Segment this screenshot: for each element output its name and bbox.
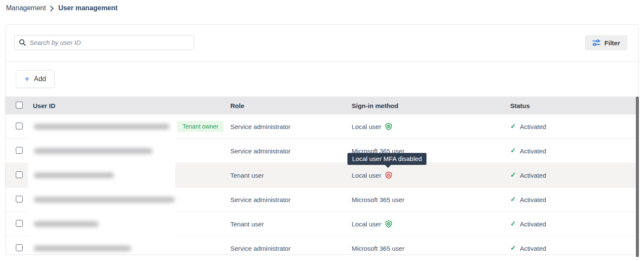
mfa-disabled-tooltip: Local user MFA disabled <box>347 153 426 165</box>
user-id-redacted <box>28 114 175 139</box>
status-label: Activated <box>520 245 546 252</box>
tooltip-text: Local user MFA disabled <box>352 155 422 162</box>
table-row[interactable]: Service administrator Microsoft 365 user… <box>6 236 638 255</box>
table-row[interactable]: Tenant owner Service administrator Local… <box>6 114 638 139</box>
status-label: Activated <box>520 123 546 130</box>
role-cell: Service administrator <box>230 196 352 203</box>
check-icon: ✓ <box>510 172 516 179</box>
role-cell: Service administrator <box>230 147 352 155</box>
role-cell: Tenant user <box>230 220 352 228</box>
filter-button[interactable]: Filter <box>585 35 627 50</box>
signin-cell: Local user <box>352 220 510 228</box>
check-icon: ✓ <box>510 220 516 227</box>
table-row[interactable]: Tenant user Local user ✓ Activated <box>6 212 638 236</box>
add-user-button[interactable]: + Add <box>16 70 55 88</box>
shield-mfa-enabled-icon <box>385 123 393 131</box>
search-icon <box>19 39 26 46</box>
table-row[interactable]: Service administrator Microsoft 365 user… <box>6 188 638 212</box>
user-id-cell <box>33 212 230 236</box>
user-id-cell <box>33 163 230 187</box>
signin-method-label: Local user <box>352 220 381 228</box>
status-label: Activated <box>520 147 546 155</box>
table-body: Tenant owner Service administrator Local… <box>6 114 638 255</box>
signin-method-label: Microsoft 365 user <box>352 245 404 252</box>
status-cell: ✓ Activated <box>510 196 638 203</box>
shield-mfa-enabled-icon <box>385 220 393 228</box>
signin-method-label: Microsoft 365 user <box>352 196 404 203</box>
chevron-right-icon <box>50 6 54 12</box>
plus-icon: + <box>24 74 29 83</box>
user-id-redacted <box>28 163 175 188</box>
check-icon: ✓ <box>510 123 516 130</box>
add-button-label: Add <box>34 75 46 83</box>
user-id-redacted <box>28 188 175 212</box>
role-cell: Tenant user <box>230 172 352 179</box>
table-row[interactable]: Service administrator Microsoft 365 user… <box>6 139 638 163</box>
search-input-wrapper[interactable] <box>14 35 194 50</box>
status-cell: ✓ Activated <box>510 172 638 179</box>
breadcrumb: Management User management <box>6 4 118 12</box>
check-icon: ✓ <box>510 245 516 252</box>
table-row[interactable]: Tenant user Local user ✓ Activated <box>6 163 638 188</box>
status-label: Activated <box>520 172 546 179</box>
status-cell: ✓ Activated <box>510 220 638 228</box>
status-cell: ✓ Activated <box>510 147 638 155</box>
user-id-redacted <box>28 236 175 255</box>
search-input[interactable] <box>29 39 189 46</box>
row-checkbox[interactable] <box>16 220 23 227</box>
role-cell: Service administrator <box>230 123 352 130</box>
vertical-scrollbar[interactable] <box>636 97 639 257</box>
signin-cell: Local user <box>352 123 510 131</box>
user-id-cell <box>33 139 230 163</box>
status-label: Activated <box>520 196 546 203</box>
user-id-cell: Tenant owner <box>33 114 230 138</box>
row-checkbox[interactable] <box>16 123 23 129</box>
user-management-card: Filter + Add User ID Role Sign-in method… <box>5 24 639 255</box>
signin-method-label: Local user <box>352 123 381 130</box>
user-id-cell <box>33 188 230 211</box>
row-checkbox[interactable] <box>16 196 23 202</box>
column-header-status: Status <box>510 102 638 109</box>
row-checkbox[interactable] <box>16 171 23 178</box>
status-cell: ✓ Activated <box>510 245 638 252</box>
user-id-redacted <box>28 212 175 236</box>
signin-method-label: Local user <box>352 172 381 179</box>
search-toolbar: Filter <box>6 25 638 62</box>
row-checkbox[interactable] <box>16 244 23 251</box>
check-icon: ✓ <box>510 147 516 154</box>
signin-cell: Microsoft 365 user <box>352 245 510 252</box>
filter-button-label: Filter <box>604 39 620 47</box>
column-header-user-id: User ID <box>33 102 230 109</box>
breadcrumb-item-management[interactable]: Management <box>6 4 46 12</box>
page-title: User management <box>58 4 118 12</box>
select-all-checkbox[interactable] <box>16 102 23 109</box>
user-id-cell <box>33 236 230 255</box>
check-icon: ✓ <box>510 196 516 203</box>
table-header: User ID Role Sign-in method Status <box>6 97 638 114</box>
status-cell: ✓ Activated <box>510 123 638 130</box>
column-header-role: Role <box>230 102 352 109</box>
column-header-signin: Sign-in method <box>352 102 510 109</box>
user-id-redacted <box>28 139 175 163</box>
signin-cell: Local user <box>352 171 510 179</box>
shield-mfa-disabled-icon[interactable] <box>385 171 393 179</box>
row-checkbox[interactable] <box>16 147 23 154</box>
status-label: Activated <box>520 220 546 228</box>
actions-toolbar: + Add <box>6 62 638 97</box>
role-cell: Service administrator <box>230 245 352 252</box>
tenant-owner-badge: Tenant owner <box>177 121 223 132</box>
signin-cell: Microsoft 365 user <box>352 196 510 203</box>
filter-sliders-icon <box>592 39 600 46</box>
